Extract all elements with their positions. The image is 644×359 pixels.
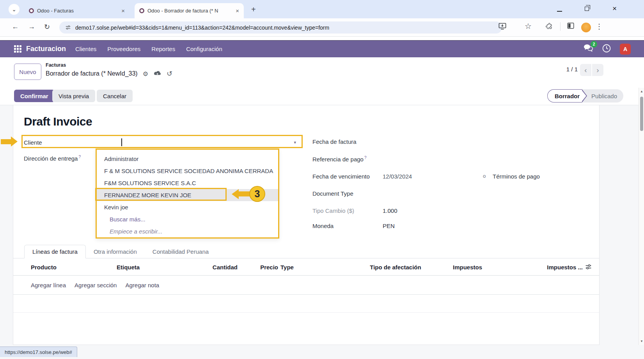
col-impuestos[interactable]: Impuestos (453, 264, 482, 271)
scroll-down-icon[interactable]: ▼ (639, 340, 644, 343)
tab-search-button[interactable]: ⌄ (9, 4, 20, 15)
cancelar-button[interactable]: Cancelar (97, 90, 133, 102)
apps-menu-button[interactable] (14, 45, 21, 53)
close-window-button[interactable]: × (612, 5, 617, 12)
url-bar[interactable]: demo17.solse.pe/web#id=33&cids=1&menu_id… (59, 21, 502, 34)
col-etiqueta[interactable]: Etiqueta (117, 264, 140, 271)
puzzle-icon (545, 22, 553, 30)
breadcrumb: Borrador de factura (* NewId_33) ⚙ ↺ (46, 69, 172, 78)
vista-previa-button[interactable]: Vista previa (52, 90, 95, 102)
forward-button[interactable]: → (28, 23, 35, 31)
pager-value: 1 / 1 (566, 66, 578, 73)
chevron-down-icon: ⌄ (12, 6, 16, 12)
odoo-navbar: Facturacion Clientes Proveedores Reporte… (0, 40, 644, 57)
confirmar-button[interactable]: Confirmar (14, 90, 55, 102)
menu-clientes[interactable]: Clientes (75, 46, 96, 52)
page-title: Draft Invoice (24, 115, 92, 128)
annotation-box-fernandez (95, 188, 227, 201)
col-type[interactable]: Type (280, 264, 294, 271)
col-cantidad[interactable]: Cantidad (195, 264, 238, 271)
link-status-tooltip: https://demo17.solse.pe/web# (0, 347, 77, 357)
restore-button[interactable] (585, 5, 589, 12)
referencia-pago-field[interactable]: Referencia de pago? (312, 156, 597, 163)
help-icon: ? (78, 155, 81, 159)
scrollbar-thumb[interactable] (640, 97, 643, 131)
menu-configuracion[interactable]: Configuración (186, 46, 222, 52)
new-record-button[interactable]: Nuevo (14, 64, 41, 80)
toolbar-divider (560, 22, 561, 31)
moneda-field[interactable]: Moneda PEN (312, 223, 597, 230)
annotation-step-number: 3 (249, 186, 265, 202)
moneda-value[interactable]: PEN (383, 223, 395, 229)
dropdown-item-administrator[interactable]: Administrator (97, 153, 278, 165)
app-name[interactable]: Facturacion (26, 45, 66, 53)
tab-otra-informacion[interactable]: Otra información (86, 245, 145, 258)
discard-undo-icon[interactable]: ↺ (167, 69, 172, 78)
gear-icon[interactable]: ⚙ (143, 70, 148, 78)
col-precio[interactable]: Precio (247, 264, 278, 271)
side-panel-button[interactable] (567, 22, 575, 29)
dropdown-item-kevin-joe[interactable]: Kevin joe (97, 201, 278, 213)
close-tab-icon[interactable]: × (121, 7, 126, 14)
minimize-button[interactable] (557, 6, 562, 13)
terminos-pago-field[interactable]: Términos de pago (493, 173, 540, 180)
dropdown-start-typing: Empiece a escribir... (97, 225, 278, 237)
menu-reportes[interactable]: Reportes (151, 46, 175, 52)
col-impuestos-2[interactable]: Impuestos ... (544, 264, 583, 271)
kebab-icon: ⋮ (596, 22, 603, 31)
install-button[interactable] (498, 22, 507, 30)
fecha-vencimiento-value[interactable]: 12/03/2024 (383, 173, 412, 180)
url-text: demo17.solse.pe/web#id=33&cids=1&menu_id… (75, 25, 329, 31)
scroll-up-icon[interactable]: ▲ (639, 90, 644, 93)
dropdown-item-fm-sac[interactable]: F&M SOLUTIONS SERVICE S.A.C (97, 177, 278, 189)
tab-contabilidad-peruana[interactable]: Contabilidad Peruana (145, 245, 216, 258)
agregar-linea-link[interactable]: Agregar línea (31, 282, 66, 288)
invoice-lines-actions: Agregar línea Agregar sección Agregar no… (13, 276, 599, 295)
reload-button[interactable]: ↻ (44, 23, 50, 31)
notebook-tabs: Líneas de factura Otra información Conta… (13, 245, 599, 258)
close-tab-icon[interactable]: × (235, 7, 240, 14)
dropdown-item-fm-sociedad[interactable]: F & M SOLUTIONS SERVICE SOCIEDAD ANONIMA… (97, 165, 278, 177)
breadcrumb-parent[interactable]: Facturas (46, 62, 66, 68)
help-icon: ? (364, 156, 367, 160)
star-icon: ☆ (525, 21, 532, 31)
state-publicado[interactable]: Publicado (591, 93, 617, 99)
document-type-field[interactable]: Document Type (312, 190, 597, 198)
chrome-menu-button[interactable]: ⋮ (596, 22, 603, 31)
tab-lineas-factura[interactable]: Líneas de factura (24, 245, 86, 258)
tipo-cambio-value: 1.000 (383, 207, 397, 214)
site-settings-icon[interactable] (65, 24, 71, 31)
col-producto[interactable]: Producto (31, 264, 57, 271)
chevron-right-icon: › (596, 66, 599, 74)
browser-tab-facturas[interactable]: Odoo - Facturas × (24, 3, 130, 18)
browser-tab-strip: ⌄ Odoo - Facturas × Odoo - Borrador de f… (0, 0, 644, 18)
save-cloud-button[interactable] (153, 70, 161, 78)
extensions-button[interactable] (545, 22, 553, 30)
activities-button[interactable] (602, 44, 611, 55)
fecha-factura-field[interactable]: Fecha de factura (312, 138, 597, 146)
direccion-entrega-label: Dirección de entrega? (24, 155, 81, 162)
state-borrador[interactable]: Borrador (547, 89, 582, 103)
profile-button[interactable] (581, 23, 591, 32)
new-tab-button[interactable]: + (251, 5, 256, 14)
menu-proveedores[interactable]: Proveedores (107, 46, 140, 52)
browser-tab-borrador[interactable]: Odoo - Borrador de factura (* N × (135, 3, 244, 18)
cloud-upload-icon (153, 70, 161, 76)
screen: ⌄ Odoo - Facturas × Odoo - Borrador de f… (0, 0, 644, 359)
bookmark-button[interactable]: ☆ (525, 21, 532, 31)
optional-columns-button[interactable] (585, 264, 592, 271)
fecha-vencimiento-field[interactable]: Fecha de vencimiento 12/03/2024 o Términ… (312, 173, 597, 181)
pager-previous-button[interactable]: ‹ (580, 64, 591, 76)
side-panel-icon (567, 22, 575, 29)
agregar-nota-link[interactable]: Agregar nota (125, 282, 159, 288)
col-tipo-afectacion[interactable]: Tipo de afectación (357, 264, 435, 271)
vertical-scrollbar[interactable]: ▲ ▼ (639, 88, 644, 345)
agregar-seccion-link[interactable]: Agregar sección (75, 282, 117, 288)
message-count-badge: 2 (591, 41, 597, 48)
back-button[interactable]: ← (12, 23, 19, 31)
user-avatar[interactable]: A (620, 44, 631, 55)
dropdown-search-more[interactable]: Buscar más... (97, 213, 278, 225)
pager-next-button[interactable]: › (592, 64, 603, 76)
odoo-favicon-icon (139, 8, 144, 13)
messages-button[interactable]: 2 (583, 44, 593, 54)
